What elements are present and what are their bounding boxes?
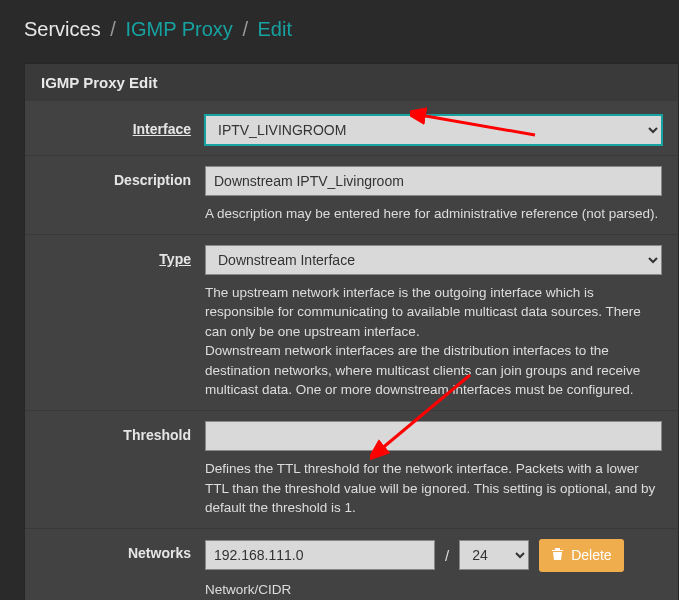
delete-label: Delete (571, 547, 611, 563)
breadcrumb-sep: / (238, 18, 252, 40)
help-threshold: Defines the TTL threshold for the networ… (205, 459, 662, 518)
cidr-separator: / (445, 547, 449, 564)
interface-select[interactable]: IPTV_LIVINGROOM (205, 115, 662, 145)
label-interface: Interface (25, 115, 205, 137)
threshold-input[interactable] (205, 421, 662, 451)
label-threshold: Threshold (25, 421, 205, 443)
breadcrumb-proxy[interactable]: IGMP Proxy (125, 18, 232, 40)
breadcrumb-sep: / (106, 18, 120, 40)
trash-icon (551, 547, 564, 564)
network-ip-input[interactable] (205, 540, 435, 570)
help-description: A description may be entered here for ad… (205, 204, 662, 224)
help-networks: Network/CIDR (205, 580, 662, 600)
label-type: Type (25, 245, 205, 267)
label-networks: Networks (25, 539, 205, 561)
breadcrumb: Services / IGMP Proxy / Edit (24, 18, 679, 41)
description-input[interactable] (205, 166, 662, 196)
breadcrumb-edit[interactable]: Edit (258, 18, 292, 40)
edit-panel: IGMP Proxy Edit Interface IPTV_LIVINGROO… (24, 63, 679, 600)
breadcrumb-services[interactable]: Services (24, 18, 101, 40)
help-type: The upstream network interface is the ou… (205, 283, 662, 400)
delete-button[interactable]: Delete (539, 539, 623, 572)
panel-title: IGMP Proxy Edit (25, 64, 678, 101)
label-description: Description (25, 166, 205, 188)
type-select[interactable]: Downstream Interface (205, 245, 662, 275)
cidr-select[interactable]: 24 (459, 540, 529, 570)
